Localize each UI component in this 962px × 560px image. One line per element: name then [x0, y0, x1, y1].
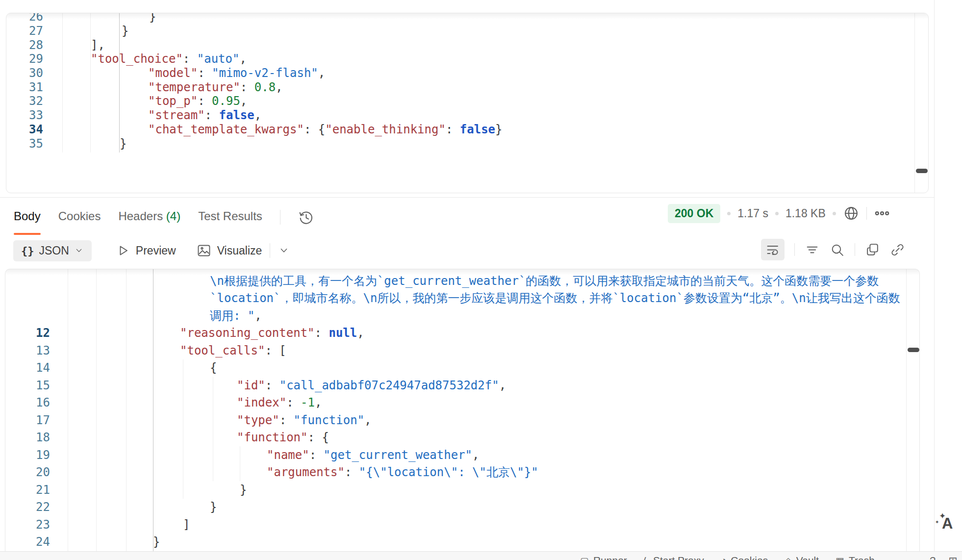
divider	[855, 243, 855, 256]
code-line: 15"id": "call_adbabf07c24947ad87532d2f",	[5, 377, 919, 394]
response-size: 1.18 KB	[785, 207, 826, 220]
network-info-button[interactable]	[843, 205, 860, 222]
tab-test-results[interactable]: Test Results	[198, 209, 262, 235]
footer-items: ▢RunnerϟStart Proxy◕Cookies◇Vault▦Trash	[580, 555, 875, 560]
code-text: "name": "get_current_weather",	[50, 448, 480, 462]
footer-item-cookies[interactable]: ◕Cookies	[721, 555, 768, 560]
tab-headers-label: Headers	[118, 209, 163, 223]
code-line: 32"top_p": 0.95,	[6, 94, 928, 108]
code-line: 17"type": "function",	[5, 411, 919, 429]
code-line: 21}	[5, 481, 919, 499]
code-line: 13"tool_calls": [	[5, 342, 919, 359]
response-body-editor[interactable]: \n根据提供的工具，有一个名为`get_current_weather`的函数，…	[5, 269, 920, 560]
code-line: 26}	[6, 13, 928, 24]
code-line: 29"tool_choice": "auto",	[6, 52, 928, 66]
link-response-button[interactable]	[890, 242, 905, 257]
divider	[866, 207, 867, 220]
divider	[280, 210, 280, 225]
divider	[794, 243, 795, 256]
code-text: "tool_calls": [	[50, 344, 286, 357]
dot-separator	[727, 212, 731, 215]
tab-body[interactable]: Body	[14, 209, 41, 235]
vault-icon: ◇	[785, 555, 792, 560]
line-number: 12	[5, 326, 50, 340]
request-editor-scrollbar-thumb[interactable]	[916, 169, 928, 173]
postbot-button[interactable]: ✦ ✦ A	[935, 511, 962, 539]
response-time: 1.17 s	[737, 207, 768, 220]
dot-separator	[833, 212, 836, 215]
line-number: 14	[5, 361, 50, 375]
code-text: }	[50, 483, 247, 497]
code-line: 33"stream": false,	[6, 108, 928, 123]
line-number: 32	[6, 94, 43, 108]
line-number: 16	[5, 396, 50, 409]
visualize-button[interactable]: Visualize	[197, 243, 262, 258]
response-editor-scrollbar-thumb[interactable]	[908, 348, 919, 352]
status-badge: 200 OK	[668, 204, 720, 223]
status-footer: ▢RunnerϟStart Proxy◕Cookies◇Vault▦Trash …	[0, 551, 962, 560]
code-text: ],	[43, 38, 105, 52]
footer-extra: ? ⊞	[930, 555, 958, 560]
copy-response-button[interactable]	[865, 242, 880, 257]
code-line: 调用: ",	[5, 307, 919, 325]
response-json-code[interactable]: \n根据提供的工具，有一个名为`get_current_weather`的函数，…	[5, 272, 919, 551]
footer-item-trash[interactable]: ▦Trash	[835, 555, 875, 560]
layout-toggle-button[interactable]: ⊞	[948, 555, 957, 560]
code-line: 27}	[6, 24, 928, 38]
headers-count-badge: (4)	[166, 209, 180, 223]
dot-separator	[775, 212, 779, 215]
code-text: "stream": false,	[43, 108, 261, 122]
code-text: }	[43, 13, 156, 24]
start-proxy-icon: ϟ	[644, 555, 649, 560]
footer-item-vault[interactable]: ◇Vault	[785, 555, 819, 560]
sparkle-icon: ✦	[935, 519, 939, 525]
code-line: \n根据提供的工具，有一个名为`get_current_weather`的函数，…	[5, 272, 919, 290]
cookies-icon: ◕	[721, 555, 726, 560]
footer-item-runner[interactable]: ▢Runner	[580, 555, 627, 560]
code-text: "model": "mimo-v2-flash",	[43, 66, 325, 80]
line-number: 21	[5, 483, 50, 497]
code-text: `location`，即城市名称。\n所以，我的第一步应该是调用这个函数，并将`…	[50, 290, 900, 306]
chevron-down-icon	[278, 245, 290, 256]
code-text: "type": "function",	[50, 413, 372, 427]
code-line: 22}	[5, 499, 919, 516]
search-button[interactable]	[830, 242, 845, 257]
code-line: 19"name": "get_current_weather",	[5, 446, 919, 464]
line-number: 15	[5, 379, 50, 392]
response-more-options-button[interactable]	[874, 205, 890, 222]
wrap-lines-button[interactable]	[761, 239, 785, 260]
help-button[interactable]: ?	[930, 555, 936, 560]
tab-cookies[interactable]: Cookies	[58, 209, 101, 235]
scrollbar-track	[906, 269, 907, 560]
footer-item-start-proxy[interactable]: ϟStart Proxy	[644, 555, 704, 560]
response-format-dropdown[interactable]: {} JSON	[13, 240, 92, 261]
line-number: 13	[5, 344, 50, 357]
tab-headers[interactable]: Headers (4)	[118, 209, 180, 235]
filter-button[interactable]	[805, 242, 820, 257]
code-text: }	[50, 535, 160, 549]
line-number: 18	[5, 431, 50, 444]
line-number: 20	[5, 465, 50, 479]
request-json-code[interactable]: 26}27}28],29"tool_choice": "auto",30"mod…	[6, 13, 928, 151]
code-line: 20"arguments": "{\"location\": \"北京\"}"	[5, 464, 919, 482]
code-line: 12"reasoning_content": null,	[5, 325, 919, 342]
globe-icon	[843, 205, 860, 222]
code-text: 调用: ",	[50, 308, 262, 324]
code-text: }	[50, 500, 217, 514]
footer-item-label: Start Proxy	[653, 555, 704, 560]
response-status-bar: 200 OK 1.17 s 1.18 KB	[668, 204, 890, 223]
code-text: "reasoning_content": null,	[50, 326, 364, 340]
line-number: 23	[5, 518, 50, 532]
json-braces-icon: {}	[21, 245, 34, 257]
request-body-editor[interactable]: 26}27}28],29"tool_choice": "auto",30"mod…	[6, 13, 929, 193]
code-text: }	[43, 137, 127, 151]
code-line: `location`，即城市名称。\n所以，我的第一步应该是调用这个函数，并将`…	[5, 290, 919, 307]
trash-icon: ▦	[835, 555, 844, 560]
code-text: "id": "call_adbabf07c24947ad87532d2f",	[50, 379, 506, 392]
code-line: 16"index": -1,	[5, 394, 919, 412]
preview-button[interactable]: Preview	[115, 243, 176, 258]
response-history-button[interactable]	[298, 209, 314, 226]
more-views-button[interactable]	[278, 245, 290, 256]
code-text: "arguments": "{\"location\": \"北京\"}"	[50, 464, 538, 480]
line-number: 30	[6, 66, 43, 80]
